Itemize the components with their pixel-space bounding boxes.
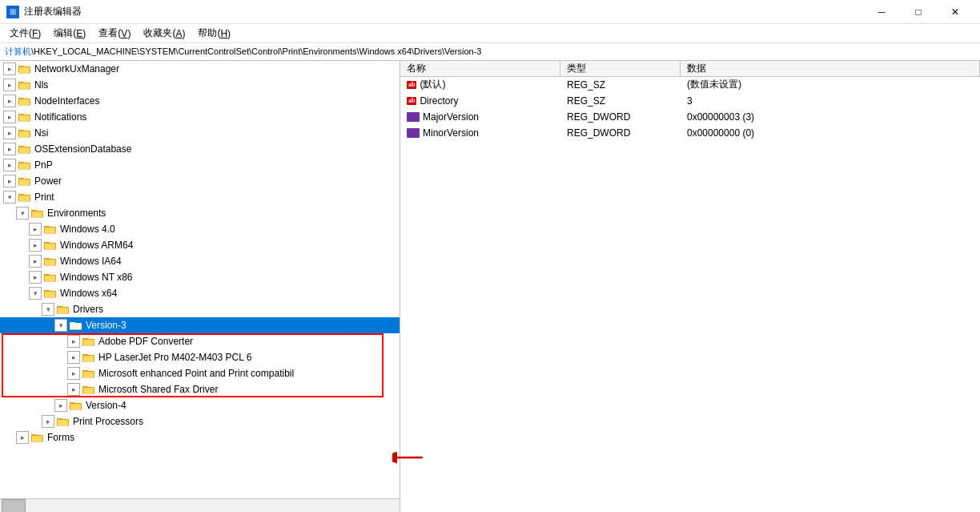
expand-icon[interactable]: ▾ [3, 191, 16, 204]
tree-item[interactable]: ▸ NetworkUxManager [0, 61, 400, 77]
expand-icon[interactable]: ▸ [3, 95, 16, 107]
registry-row[interactable]: MinorVersionREG_DWORD0x00000000 (0) [400, 125, 980, 141]
tree-item[interactable]: ▸ Windows IA64 [0, 253, 400, 269]
svg-rect-26 [19, 196, 30, 201]
folder-icon [69, 319, 82, 332]
tree-item[interactable]: ▸ Windows NT x86 [0, 269, 400, 285]
expand-icon[interactable]: ▾ [29, 287, 42, 300]
tree-item[interactable]: ▸ Windows ARM64 [0, 237, 400, 253]
expand-icon[interactable]: ▸ [3, 175, 16, 187]
expand-icon[interactable]: ▸ [67, 351, 80, 364]
expand-icon[interactable]: ▸ [54, 399, 67, 412]
svg-rect-74 [408, 117, 412, 119]
svg-rect-47 [58, 308, 68, 313]
menu-help[interactable]: 帮助(H) [191, 25, 237, 42]
expand-icon[interactable]: ▸ [67, 335, 80, 348]
maximize-button[interactable]: □ [900, 0, 937, 24]
folder-icon [18, 127, 30, 139]
tree-item-label: PnP [34, 159, 53, 171]
registry-row[interactable]: abDirectoryREG_SZ3 [400, 93, 980, 109]
expand-icon[interactable]: ▸ [29, 223, 42, 236]
tree-item-label: Windows ARM64 [60, 240, 133, 251]
col-header-name: 名称 [400, 61, 560, 77]
folder-icon [18, 159, 30, 171]
tree-item-label: Windows NT x86 [60, 272, 132, 283]
menu-edit[interactable]: 编辑(E) [47, 25, 92, 42]
expand-icon[interactable]: ▸ [67, 367, 80, 380]
tree-item[interactable]: ▸ Nls [0, 77, 400, 93]
folder-icon [82, 335, 94, 348]
svg-rect-68 [58, 420, 68, 425]
expand-icon[interactable]: ▸ [42, 415, 54, 428]
tree-item[interactable]: ▸ OSExtensionDatabase [0, 141, 400, 157]
expand-icon[interactable]: ▸ [3, 127, 16, 139]
address-bar: 计算机\HKEY_LOCAL_MACHINE\SYSTEM\CurrentCon… [0, 43, 980, 61]
tree-item[interactable]: ▸ Version-4 [0, 397, 400, 413]
tree-item[interactable]: ▸ Notifications [0, 109, 400, 125]
registry-cell-data: 0x00000000 (0) [681, 127, 980, 139]
registry-cell-type: REG_SZ [560, 79, 681, 91]
expand-icon[interactable]: ▸ [3, 62, 16, 75]
tree-item[interactable]: ▸ NodeInterfaces [0, 93, 400, 109]
registry-row[interactable]: ab(默认)REG_SZ(数值未设置) [400, 77, 980, 93]
tree-item[interactable]: ▾ Windows x64 [0, 285, 400, 301]
registry-name-text: (默认) [420, 78, 445, 91]
svg-rect-32 [45, 228, 55, 233]
tree-item[interactable]: ▾ Print [0, 189, 400, 205]
expand-icon[interactable]: ▸ [29, 239, 42, 252]
tree-item-label: Windows IA64 [60, 256, 122, 267]
tree-item[interactable]: ▸ HP LaserJet Pro M402-M403 PCL 6 [0, 349, 400, 365]
menu-favorites[interactable]: 收藏夹(A) [137, 25, 191, 42]
expand-icon[interactable]: ▸ [3, 159, 16, 171]
expand-icon[interactable]: ▾ [16, 207, 29, 220]
tree-horizontal-scrollbar[interactable] [0, 498, 400, 512]
registry-cell-data: 3 [681, 95, 980, 107]
expand-icon[interactable]: ▾ [54, 319, 67, 332]
menu-file[interactable]: 文件(F) [3, 25, 47, 42]
close-button[interactable]: ✕ [937, 0, 974, 24]
tree-item[interactable]: ▸ Windows 4.0 [0, 221, 400, 237]
svg-rect-2 [19, 67, 30, 73]
tree-item[interactable]: ▸ Microsoft enhanced Point and Print com… [0, 365, 400, 381]
registry-name-text: MajorVersion [423, 111, 479, 123]
tree-item[interactable]: ▸ Forms [0, 429, 400, 445]
svg-rect-35 [45, 244, 55, 249]
tree-item[interactable]: ▸ Nsi [0, 125, 400, 141]
tree-item-label: Print [34, 191, 54, 203]
expand-icon[interactable]: ▸ [67, 383, 80, 396]
expand-icon[interactable]: ▸ [16, 431, 29, 444]
tree-item[interactable]: ▾ Version-3 [0, 317, 400, 333]
svg-rect-14 [19, 131, 30, 137]
tree-item[interactable]: ▸ Print Processors [0, 413, 400, 429]
tree-scroll[interactable]: ▸ NetworkUxManager▸ Nls▸ NodeInterfaces▸… [0, 61, 400, 498]
expand-icon[interactable]: ▸ [3, 143, 16, 155]
folder-icon [18, 191, 30, 204]
folder-icon [82, 383, 94, 396]
tree-item-label: Drivers [73, 304, 103, 315]
minimize-button[interactable]: ─ [863, 0, 900, 24]
right-pane-header: 名称 类型 数据 [400, 61, 980, 77]
tree-item[interactable]: ▾ Drivers [0, 301, 400, 317]
tree-item-label: Windows 4.0 [60, 224, 115, 235]
menu-view[interactable]: 查看(V) [92, 25, 137, 42]
tree-item-label: Adobe PDF Converter [98, 336, 193, 347]
expand-icon[interactable]: ▸ [3, 111, 16, 123]
registry-cell-type: REG_SZ [560, 95, 681, 107]
tree-item[interactable]: ▸ Power [0, 173, 400, 189]
registry-cell-name: abDirectory [400, 95, 560, 107]
tree-item[interactable]: ▸ Microsoft Shared Fax Driver [0, 381, 400, 397]
folder-icon [30, 207, 43, 220]
registry-cell-name: MajorVersion [400, 111, 560, 123]
svg-rect-29 [32, 212, 42, 217]
svg-rect-41 [45, 276, 55, 281]
folder-icon [43, 255, 56, 268]
tree-item[interactable]: ▸ PnP [0, 157, 400, 173]
registry-row[interactable]: MajorVersionREG_DWORD0x00000003 (3) [400, 109, 980, 125]
tree-item[interactable]: ▾ Environments [0, 205, 400, 221]
tree-item[interactable]: ▸ Adobe PDF Converter [0, 333, 400, 349]
expand-icon[interactable]: ▸ [3, 79, 16, 91]
expand-icon[interactable]: ▸ [29, 271, 42, 284]
expand-icon[interactable]: ▾ [42, 303, 54, 316]
tree-item-label: Microsoft Shared Fax Driver [98, 384, 218, 395]
expand-icon[interactable]: ▸ [29, 255, 42, 268]
